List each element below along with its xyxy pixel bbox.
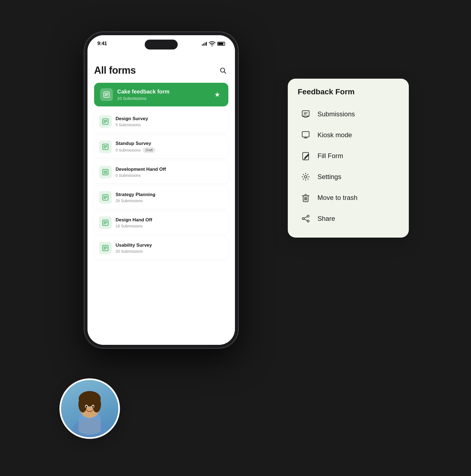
menu-item-trash[interactable]: Move to trash: [298, 188, 399, 208]
trash-icon: [300, 192, 311, 203]
kiosk-icon: [300, 129, 311, 141]
star-icon: ★: [212, 90, 222, 100]
svg-point-37: [305, 175, 307, 178]
form-item[interactable]: Design Hand Off 18 Submissions: [94, 211, 228, 234]
form-item[interactable]: Strategy Planning 26 Submissions: [94, 186, 228, 209]
form-item-submissions: 0 Submissions: [116, 148, 141, 152]
featured-form-icon: [100, 88, 113, 101]
menu-item-label: Submissions: [317, 110, 355, 118]
form-item-submissions: 5 Submissions: [116, 123, 141, 127]
menu-item-settings[interactable]: Settings: [298, 167, 399, 187]
menu-item-fill-form[interactable]: Fill Form: [298, 146, 399, 166]
form-item-name: Development Hand Off: [116, 167, 223, 172]
form-item-icon: [99, 191, 112, 204]
search-button[interactable]: [217, 65, 228, 76]
svg-point-54: [92, 396, 101, 412]
menu-item-label: Move to trash: [317, 194, 357, 202]
svg-line-2: [224, 71, 226, 73]
form-item-name: Design Survey: [116, 116, 223, 122]
svg-rect-31: [302, 111, 309, 116]
svg-point-45: [302, 218, 304, 219]
form-item[interactable]: Standup Survey 0 Submissions Draft: [94, 136, 228, 158]
svg-point-57: [86, 406, 87, 408]
form-icon-svg: [103, 91, 110, 98]
svg-rect-32: [302, 131, 309, 137]
svg-point-0: [212, 46, 213, 46]
featured-form-name: Cake feedback form: [117, 89, 169, 95]
context-menu: Feedback Form Submissions: [288, 79, 409, 238]
form-item-name: Usability Survey: [116, 243, 223, 248]
phone-screen: 9:41: [87, 35, 235, 345]
form-item[interactable]: Development Hand Off 0 Submissions: [94, 161, 228, 183]
svg-line-36: [304, 159, 305, 159]
svg-point-44: [307, 215, 309, 217]
status-icons: [202, 40, 225, 47]
svg-line-47: [304, 216, 307, 218]
form-item-icon: [99, 242, 112, 254]
person-figure: [68, 382, 112, 437]
menu-items-list: Submissions Kiosk mode: [298, 104, 399, 229]
form-list: Design Survey 5 Submissions: [94, 110, 228, 259]
form-item-name: Standup Survey: [116, 141, 223, 146]
menu-item-share[interactable]: Share: [298, 208, 399, 229]
submissions-icon: [300, 108, 311, 120]
app-header: All forms: [94, 65, 228, 76]
menu-item-submissions[interactable]: Submissions: [298, 104, 399, 124]
svg-line-48: [304, 219, 307, 220]
form-item-submissions: 0 Submissions: [116, 173, 141, 178]
phone-frame: 9:41: [84, 32, 238, 348]
share-icon: [300, 213, 311, 224]
featured-form-submissions: 10 Submissions: [117, 96, 169, 101]
svg-point-46: [307, 220, 309, 222]
form-item-name: Design Hand Off: [116, 217, 223, 223]
menu-item-kiosk[interactable]: Kiosk mode: [298, 125, 399, 145]
signal-icon: [202, 42, 207, 46]
menu-item-label: Settings: [317, 173, 341, 181]
svg-point-53: [78, 396, 87, 412]
svg-point-58: [92, 406, 94, 408]
page-title: All forms: [94, 65, 136, 76]
form-item-icon: [99, 166, 112, 178]
featured-card-left: Cake feedback form 10 Submissions: [100, 88, 169, 101]
avatar: [59, 378, 120, 439]
form-item[interactable]: Usability Survey 20 Submissions: [94, 237, 228, 259]
dynamic-island: [145, 40, 178, 49]
context-menu-title: Feedback Form: [298, 87, 399, 96]
content-area: All forms: [87, 49, 235, 345]
menu-item-label: Share: [317, 215, 335, 222]
battery-icon: [217, 42, 225, 46]
draft-badge: Draft: [143, 147, 155, 153]
status-time: 9:41: [97, 41, 107, 46]
form-item-submissions: 20 Submissions: [116, 249, 143, 254]
fill-form-icon: [300, 150, 311, 162]
search-icon: [219, 67, 226, 74]
form-item-name: Strategy Planning: [116, 192, 223, 197]
form-item-submissions: 18 Submissions: [116, 224, 143, 228]
featured-form-card[interactable]: Cake feedback form 10 Submissions ★: [94, 83, 228, 106]
form-item-icon: [99, 115, 112, 128]
form-item-icon: [99, 216, 112, 229]
settings-icon: [300, 171, 311, 183]
menu-item-label: Kiosk mode: [317, 131, 352, 139]
phone-inner: 9:41: [87, 35, 235, 345]
wifi-icon: [209, 40, 216, 47]
form-item-icon: [99, 141, 112, 153]
menu-item-label: Fill Form: [317, 152, 343, 160]
form-item-submissions: 26 Submissions: [116, 199, 143, 203]
form-item[interactable]: Design Survey 5 Submissions: [94, 110, 228, 133]
